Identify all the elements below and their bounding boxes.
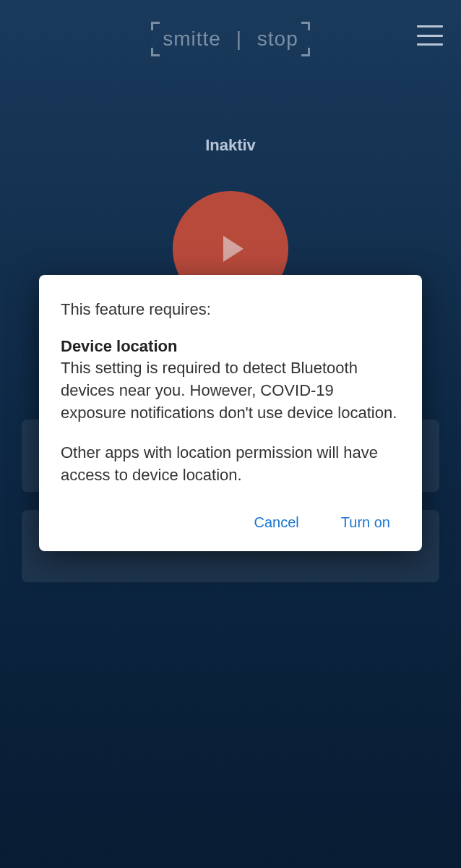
dialog-actions: Cancel Turn on xyxy=(61,509,400,537)
dialog-overlay: This feature requires: Device location T… xyxy=(0,0,461,868)
dialog-intro: This feature requires: xyxy=(61,300,400,319)
dialog-body-1: This setting is required to detect Bluet… xyxy=(61,357,400,424)
cancel-button[interactable]: Cancel xyxy=(251,509,302,537)
permission-dialog: This feature requires: Device location T… xyxy=(39,275,422,551)
turn-on-button[interactable]: Turn on xyxy=(338,509,393,537)
dialog-title: Device location xyxy=(61,337,400,356)
dialog-body-2: Other apps with location permission will… xyxy=(61,442,400,487)
